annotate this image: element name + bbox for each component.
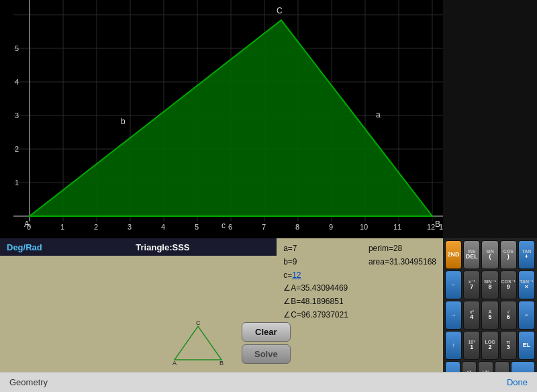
calc-btn-[interactable]: SIN( xyxy=(481,240,498,269)
calc-btn-el[interactable]: EL xyxy=(518,331,535,360)
calc-btn-[interactable]: ← xyxy=(445,271,462,299)
right-values: perim=28 area=31.30495168 xyxy=(369,242,436,368)
calc-top-space xyxy=(443,0,537,238)
svg-text:B: B xyxy=(219,360,224,366)
svg-text:3: 3 xyxy=(15,111,19,119)
angle-a-value: ∠A=35.43094469 xyxy=(283,282,348,295)
b-value: b=9 xyxy=(283,256,348,269)
svg-text:10: 10 xyxy=(360,223,368,231)
svg-text:5: 5 xyxy=(15,44,19,52)
c-value: 12 xyxy=(292,271,301,280)
calc-btn-del[interactable]: INSDEL xyxy=(463,240,480,269)
c-row: c=12 xyxy=(283,269,348,283)
calc-btn-[interactable]: TAN+ xyxy=(518,240,535,269)
calc-btn-1[interactable]: 10ˣ1 xyxy=(463,331,480,360)
calc-btn-8[interactable]: SIN⁻¹8 xyxy=(481,271,498,299)
svg-text:6: 6 xyxy=(228,223,232,231)
svg-text:b: b xyxy=(121,117,126,126)
geometry-label: Geometry xyxy=(9,377,48,387)
svg-text:A: A xyxy=(173,360,177,366)
done-button[interactable]: Done xyxy=(507,377,528,387)
info-content: a=7 b=9 c=12 ∠A=35.43094469 ∠B=48.189685… xyxy=(277,238,443,372)
svg-text:11: 11 xyxy=(393,223,401,231)
triangle-type-label: Triangle:SSS xyxy=(56,242,270,252)
calc-btn-[interactable]: → xyxy=(445,301,462,330)
bottom-actions-area: A B C Clear Solve xyxy=(168,320,291,366)
svg-text:1: 1 xyxy=(60,223,64,231)
calc-btn-7[interactable]: x⁻¹7 xyxy=(463,271,480,299)
svg-text:c: c xyxy=(222,221,226,230)
svg-text:2: 2 xyxy=(15,145,19,153)
bottom-content: Deg/Rad Triangle:SSS a=7 b=9 c=12 ∠A=35.… xyxy=(0,238,443,372)
svg-text:4: 4 xyxy=(15,78,19,86)
action-buttons: Clear Solve xyxy=(242,322,291,364)
svg-text:9: 9 xyxy=(329,223,333,231)
clear-button[interactable]: Clear xyxy=(242,322,291,342)
calc-btn-3[interactable]: π3 xyxy=(500,331,517,360)
calc-btn-2nd[interactable]: 2ND xyxy=(445,240,462,269)
perim-value: perim=28 xyxy=(369,242,436,256)
svg-marker-49 xyxy=(175,326,222,360)
calc-row: ←x⁻¹7SIN⁻¹8COS⁻¹9TAN⁻¹× xyxy=(445,271,535,299)
svg-text:3: 3 xyxy=(128,223,132,231)
calc-btn-[interactable]: ↑ xyxy=(445,331,462,360)
calc-btn-2[interactable]: LOG2 xyxy=(481,331,498,360)
calc-btn-[interactable]: − xyxy=(518,301,535,330)
svg-text:8: 8 xyxy=(295,223,299,231)
area-value: area=31.30495168 xyxy=(369,256,436,269)
calc-row: ↑10ˣ1LOG2π3EL xyxy=(445,331,535,360)
status-bar: Geometry Done xyxy=(0,372,537,392)
calc-btn-[interactable]: COS) xyxy=(500,240,517,269)
calc-row: →x²4A5√6− xyxy=(445,301,535,330)
graph-area: A C B b a c 1 2 3 4 5 0 1 2 3 4 5 6 7 8 … xyxy=(0,0,443,238)
calc-row: 2NDINSDELSIN(COS)TAN+ xyxy=(445,240,535,269)
c-label: c= xyxy=(283,271,292,280)
svg-text:C: C xyxy=(277,6,283,15)
svg-text:1: 1 xyxy=(15,179,19,187)
svg-text:C: C xyxy=(196,320,201,326)
angle-b-value: ∠B=48.1896851 xyxy=(283,295,348,309)
a-value: a=7 xyxy=(283,242,348,256)
svg-text:a: a xyxy=(376,110,381,119)
svg-text:5: 5 xyxy=(195,223,199,231)
calc-btn-4[interactable]: x²4 xyxy=(463,301,480,330)
solve-button[interactable]: Solve xyxy=(242,344,291,364)
small-triangle-diagram: A B C xyxy=(168,320,235,366)
calc-btn-9[interactable]: COS⁻¹9 xyxy=(500,271,517,299)
deg-rad-label: Deg/Rad xyxy=(7,242,42,252)
calc-btn-[interactable]: TAN⁻¹× xyxy=(518,271,535,299)
svg-text:4: 4 xyxy=(161,223,165,231)
calc-btn-6[interactable]: √6 xyxy=(500,301,517,330)
svg-text:0: 0 xyxy=(27,223,31,231)
info-header: Deg/Rad Triangle:SSS xyxy=(0,238,277,256)
calc-buttons: 2NDINSDELSIN(COS)TAN+←x⁻¹7SIN⁻¹8COS⁻¹9TA… xyxy=(443,238,537,392)
svg-text:2: 2 xyxy=(94,223,98,231)
angle-c-value: ∠C=96.37937021 xyxy=(283,309,348,322)
svg-text:12: 12 xyxy=(427,223,435,231)
calc-btn-5[interactable]: A5 xyxy=(481,301,498,330)
left-values: a=7 b=9 c=12 ∠A=35.43094469 ∠B=48.189685… xyxy=(283,242,348,368)
calc-area: 2NDINSDELSIN(COS)TAN+←x⁻¹7SIN⁻¹8COS⁻¹9TA… xyxy=(443,0,537,392)
svg-text:7: 7 xyxy=(262,223,266,231)
